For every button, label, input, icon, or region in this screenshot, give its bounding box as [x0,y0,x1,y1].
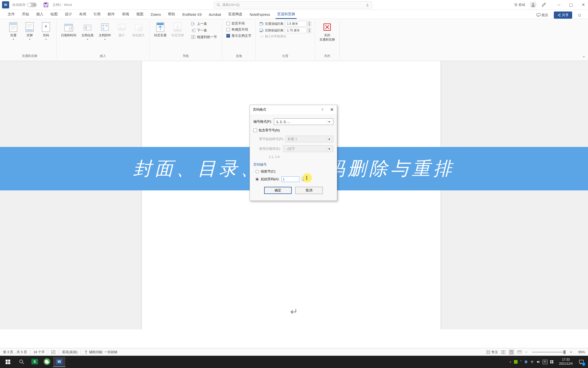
tab-file[interactable]: 文件 [4,10,18,19]
goto-header-button[interactable]: 转至页眉 [152,20,168,39]
link-prev-button[interactable]: 链接到前一节 [188,34,219,40]
tab-endnote[interactable]: EndNote X9 [179,10,205,19]
svg-rect-2 [45,5,47,7]
svg-text:X: X [33,360,36,364]
taskbar-excel-icon[interactable]: X [29,357,41,367]
tab-view[interactable]: 视图 [133,10,147,19]
tab-layout[interactable]: 布局 [76,10,90,19]
focus-mode[interactable]: 专注 [486,350,498,354]
search-button[interactable] [15,356,29,368]
web-view-icon[interactable] [517,349,522,355]
show-doc-text-checkbox[interactable]: 显示文档文字 [225,33,253,39]
security-icon[interactable] [524,360,528,364]
comments-button[interactable]: 批注 [534,12,551,18]
svg-rect-63 [489,351,490,352]
paragraph-mark-icon: ↵ [290,306,298,317]
ribbon-content: 页眉 ▾ 页脚 ▾ # 页码 ▾ 页眉和页脚 日期和时间 文 [0,19,588,61]
ok-button[interactable]: 确定 [264,187,292,194]
footer-button[interactable]: 页脚 ▾ [22,20,37,42]
maximize-button[interactable]: ▢ [569,2,574,7]
zoom-out-button[interactable]: − [525,350,527,354]
prev-section-button[interactable]: 上一条 [188,20,219,27]
include-chapter-checkbox[interactable]: 包含章节号(N) [253,126,333,134]
accessibility[interactable]: 辅助功能: 一切就绪 [84,350,117,354]
zoom-level[interactable]: 95% [575,350,585,354]
close-button[interactable]: ✕ [581,2,586,7]
cancel-button[interactable]: 取消 [295,187,323,194]
tab-draw[interactable]: 绘图 [47,10,61,19]
clock[interactable]: 17:33 2021/12/4 [556,358,576,366]
tray-up-icon[interactable]: ˄ [520,360,522,364]
dialog-titlebar: 页码格式 ? ✕ [250,105,337,114]
ime-indicator[interactable]: 中 [543,360,547,364]
tab-acrobat[interactable]: Acrobat [205,10,225,19]
read-view-icon[interactable] [500,349,506,355]
start-page-input[interactable]: 1 [281,176,299,182]
tab-insert[interactable]: 插入 [33,10,47,19]
continue-prev-radio[interactable]: 续前节(C) [253,168,333,175]
group-label: 导航 [183,53,189,59]
tab-noteexpress[interactable]: NoteExpress [246,10,274,19]
tab-zotero[interactable]: Zotero [147,10,164,19]
spell-check-icon[interactable] [51,350,56,354]
word-count[interactable]: 18 个字 [33,350,45,354]
share-button[interactable]: 共享 [554,12,572,19]
tab-baidu[interactable]: 百度网盘 [225,10,246,19]
page-count[interactable]: 第 3 页，共 5 页 [3,350,27,354]
taskbar-browser-icon[interactable] [41,357,53,367]
dialog-close-icon[interactable]: ✕ [330,107,334,112]
save-icon[interactable] [43,2,48,7]
sound-icon[interactable] [536,360,540,364]
nvidia-icon[interactable] [514,360,518,364]
next-section-button[interactable]: 下一条 [188,27,219,34]
avatar[interactable] [530,2,536,8]
header-distance-input[interactable]: 页眉顶端距离: 1.5 厘米 ▴▾ [258,20,312,27]
onlinepic-button[interactable]: 联机图片 [130,20,147,39]
pagenum-button[interactable]: # 页码 ▾ [38,20,54,42]
print-view-icon[interactable] [509,349,514,355]
zoom-in-button[interactable]: + [570,350,572,354]
record-icon[interactable]: ● [509,360,511,364]
minimize-button[interactable]: ─ [556,2,561,7]
docparts-button[interactable]: 文档部件 ▾ [97,20,113,42]
svg-rect-30 [85,26,87,29]
svg-point-86 [532,363,532,363]
start-at-radio[interactable]: 起始页码(A): 1 ▴▾ I [253,175,333,183]
toggle-switch[interactable]: 关 [27,3,37,7]
autosave-toggle[interactable]: 自动保存 关 [12,3,38,7]
spinner[interactable]: ▴▾ [308,21,311,26]
spinner[interactable]: ▴▾ [308,28,311,33]
dialog-help-icon[interactable]: ? [322,108,323,112]
collapse-ribbon-icon[interactable]: ⌄ [582,53,585,58]
close-hf-button[interactable]: 关闭 页眉和页脚 [317,20,337,43]
svg-rect-64 [487,353,488,354]
datetime-button[interactable]: 日期和时间 [59,20,78,39]
tab-home[interactable]: 开始 [18,10,33,19]
docinfo-button[interactable]: 文档信息 ▾ [79,20,96,42]
search-input[interactable]: 搜索(Alt+Q) [214,1,372,8]
zoom-slider[interactable] [532,352,565,353]
footer-distance-input[interactable]: 页脚底端距离: 1.75 厘米 ▴▾ [258,27,312,34]
tab-references[interactable]: 引用 [90,10,104,19]
tab-mailings[interactable]: 邮件 [104,10,118,19]
tab-review[interactable]: 审阅 [118,10,133,19]
paint-icon[interactable] [541,2,547,8]
picture-button[interactable]: 图片 [114,20,129,39]
first-page-diff-checkbox[interactable]: 首页不同 [225,20,253,27]
network-icon[interactable] [530,360,534,364]
start-button[interactable] [1,356,15,368]
header-button[interactable]: 页眉 ▾ [6,20,21,42]
goto-footer-button[interactable]: 转至页脚 [169,20,186,39]
odd-even-diff-checkbox[interactable]: 奇偶页不同 [225,27,253,33]
ime-mode-icon[interactable] [550,360,554,364]
feedback-icon[interactable]: ☺ [577,13,582,18]
svg-line-11 [559,15,559,16]
notification-icon[interactable]: 3 [576,356,587,368]
tab-design[interactable]: 设计 [61,10,76,19]
language[interactable]: 英语(美国) [62,350,78,354]
tab-header-footer[interactable]: 页眉和页脚 [274,10,299,19]
tab-help[interactable]: 帮助 [164,10,179,19]
format-select[interactable]: 1, 2, 3, ... [274,118,333,125]
svg-rect-74 [8,360,10,362]
taskbar-word-icon[interactable]: W [53,357,65,367]
